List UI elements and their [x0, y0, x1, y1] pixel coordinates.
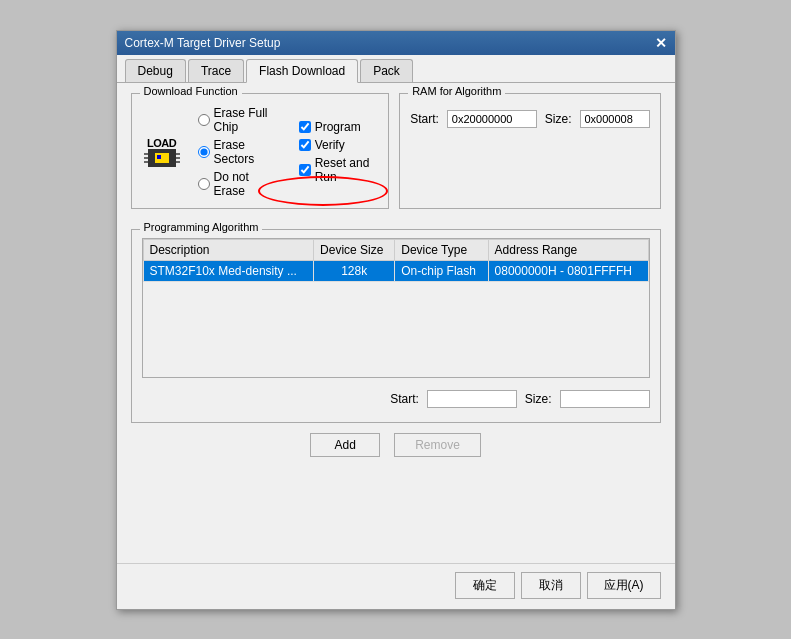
algo-size-input[interactable]: [560, 390, 650, 408]
col-description: Description: [143, 239, 314, 260]
erase-full-chip-radio[interactable]: Erase Full Chip: [198, 106, 279, 134]
algorithm-bottom-row: Start: Size:: [142, 386, 650, 412]
algorithm-table: Description Device Size Device Type Addr…: [143, 239, 649, 282]
table-row[interactable]: STM32F10x Med-density ... 128k On-chip F…: [143, 260, 648, 281]
size-label: Size:: [545, 112, 572, 126]
dialog: Cortex-M Target Driver Setup ✕ Debug Tra…: [116, 30, 676, 610]
algorithm-table-wrap: Description Device Size Device Type Addr…: [142, 238, 650, 378]
cancel-button[interactable]: 取消: [521, 572, 581, 599]
col-address-range: Address Range: [488, 239, 648, 260]
ram-group-label: RAM for Algorithm: [408, 85, 505, 97]
close-button[interactable]: ✕: [655, 36, 667, 50]
title-bar: Cortex-M Target Driver Setup ✕: [117, 31, 675, 55]
algo-start-input[interactable]: [427, 390, 517, 408]
col-device-type: Device Type: [395, 239, 488, 260]
reset-and-run-checkbox[interactable]: Reset and Run: [299, 156, 379, 184]
start-label: Start:: [410, 112, 439, 126]
add-button[interactable]: Add: [310, 433, 380, 457]
tab-bar: Debug Trace Flash Download Pack: [117, 55, 675, 83]
algo-start-label: Start:: [390, 392, 419, 406]
options-checkbox-group: Program Verify Reset and Run: [299, 120, 379, 184]
ok-button[interactable]: 确定: [455, 572, 515, 599]
ram-start-input[interactable]: [447, 110, 537, 128]
ram-size-input[interactable]: [580, 110, 650, 128]
tab-debug[interactable]: Debug: [125, 59, 186, 82]
erase-sectors-radio[interactable]: Erase Sectors: [198, 138, 279, 166]
download-function-group: Download Function LOAD: [131, 93, 390, 209]
erase-radio-group: Erase Full Chip Erase Sectors Do not Era…: [198, 106, 279, 198]
verify-checkbox[interactable]: Verify: [299, 138, 379, 152]
footer-buttons: 确定 取消 应用(A): [117, 563, 675, 609]
add-remove-row: Add Remove: [131, 433, 661, 457]
ram-for-algorithm-group: RAM for Algorithm Start: Size:: [399, 93, 660, 209]
programming-algorithm-label: Programming Algorithm: [140, 221, 263, 233]
programming-algorithm-group: Programming Algorithm Description Device…: [131, 229, 661, 423]
tab-pack[interactable]: Pack: [360, 59, 413, 82]
tab-flash-download[interactable]: Flash Download: [246, 59, 358, 83]
program-checkbox[interactable]: Program: [299, 120, 379, 134]
download-function-label: Download Function: [140, 85, 242, 97]
algo-size-label: Size:: [525, 392, 552, 406]
cell-description: STM32F10x Med-density ...: [143, 260, 314, 281]
col-device-size: Device Size: [314, 239, 395, 260]
remove-button[interactable]: Remove: [394, 433, 481, 457]
cell-device-type: On-chip Flash: [395, 260, 488, 281]
cell-address-range: 08000000H - 0801FFFFH: [488, 260, 648, 281]
dialog-title: Cortex-M Target Driver Setup: [125, 36, 281, 50]
apply-button[interactable]: 应用(A): [587, 572, 661, 599]
cell-device-size: 128k: [314, 260, 395, 281]
main-content: Download Function LOAD: [117, 83, 675, 563]
tab-trace[interactable]: Trace: [188, 59, 244, 82]
do-not-erase-radio[interactable]: Do not Erase: [198, 170, 279, 198]
load-icon: LOAD: [142, 132, 182, 172]
